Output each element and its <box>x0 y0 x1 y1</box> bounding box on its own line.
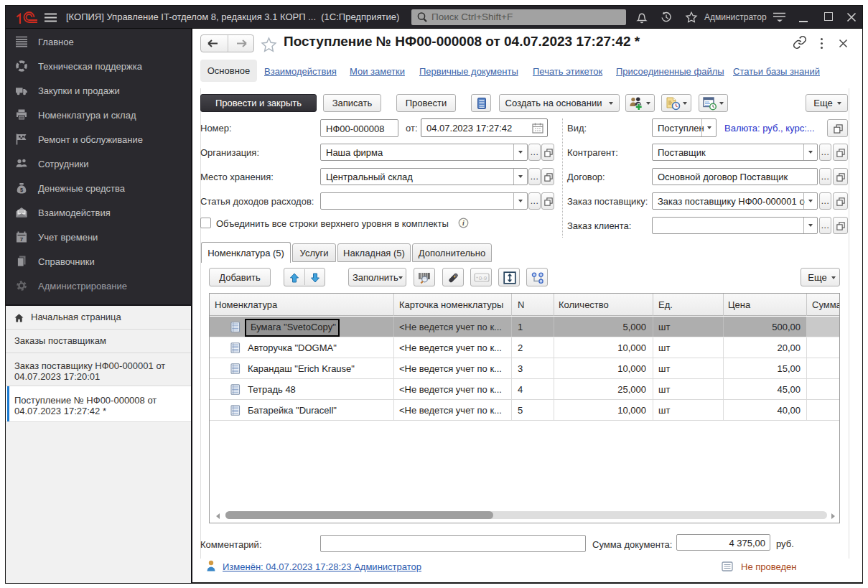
svg-text:i: i <box>462 219 465 227</box>
svg-text:7: 7 <box>20 236 24 243</box>
svg-text:0-9: 0-9 <box>479 275 487 281</box>
